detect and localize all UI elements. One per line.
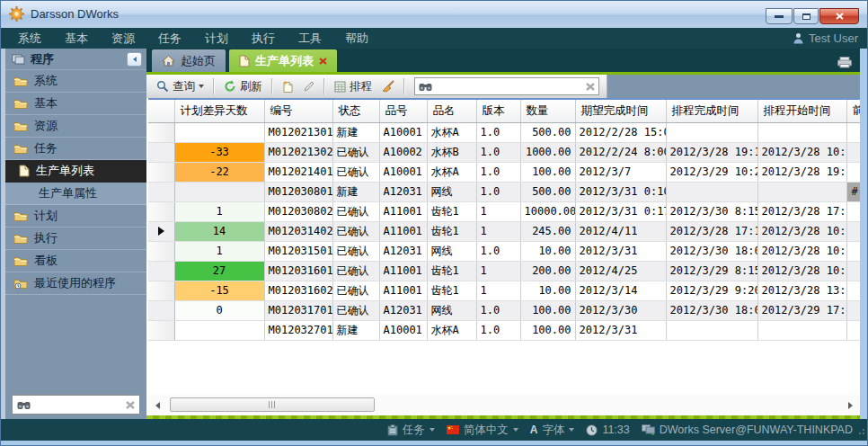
- scroll-right-button[interactable]: [844, 397, 857, 413]
- sidebar-item-0[interactable]: 系统: [5, 70, 146, 93]
- column-header-6[interactable]: 版本: [476, 100, 520, 122]
- table-row[interactable]: M012021301新建A10001水杯A1.0500.002012/2/28 …: [148, 122, 860, 142]
- menu-item-4[interactable]: 计划: [193, 28, 240, 49]
- table-row[interactable]: -15M012031602已确认A11001齿轮1110.002012/3/14…: [148, 281, 860, 300]
- table-cell: 已确认: [332, 241, 379, 261]
- column-header-4[interactable]: 品号: [379, 100, 427, 122]
- status-language[interactable]: 简体中文: [447, 423, 518, 438]
- row-selector-cell[interactable]: [148, 281, 174, 300]
- row-selector-cell[interactable]: [148, 221, 174, 241]
- tab-1[interactable]: 生产单列表: [229, 49, 337, 72]
- scrollbar-thumb[interactable]: [170, 397, 375, 412]
- table-row[interactable]: M012032701新建A10001水杯A1.0100.002012/3/31: [148, 320, 860, 340]
- column-header-8[interactable]: 期望完成时间: [575, 100, 666, 122]
- table-cell: 500.00: [520, 122, 575, 142]
- table-row[interactable]: M012030801新建A12031网线1.0500.002012/3/31 0…: [148, 182, 860, 201]
- table-cell: 已确认: [332, 221, 379, 241]
- sidebar-item-7[interactable]: 执行: [5, 227, 146, 250]
- sidebar-item-9[interactable]: 最近使用的程序: [5, 272, 146, 295]
- clean-button[interactable]: [378, 78, 397, 94]
- sidebar-item-8[interactable]: 看板: [5, 250, 146, 272]
- sidebar-item-label: 看板: [34, 253, 58, 269]
- home-icon: [162, 55, 175, 67]
- column-header-5[interactable]: 品名: [427, 100, 476, 122]
- column-header-3[interactable]: 状态: [332, 100, 379, 122]
- column-header-2[interactable]: 编号: [264, 100, 332, 122]
- table-cell: 100.00: [520, 320, 575, 340]
- sidebar-item-2[interactable]: 资源: [5, 115, 146, 138]
- row-selector-cell[interactable]: [148, 201, 174, 221]
- time-value: 11:33: [602, 424, 629, 436]
- table-row[interactable]: 1M012030802已确认A11001齿轮1110000.002012/3/3…: [148, 201, 860, 221]
- new-document-icon: [282, 80, 294, 93]
- refresh-button[interactable]: 刷新: [221, 77, 265, 96]
- column-header-1[interactable]: 计划差异天数: [174, 100, 264, 122]
- row-selector-cell[interactable]: [148, 300, 174, 320]
- table-row[interactable]: 14M012031402已确认A11001齿轮11245.002012/4/11…: [148, 221, 860, 241]
- menu-item-5[interactable]: 执行: [240, 28, 287, 49]
- task-label: 任务: [403, 423, 425, 438]
- menu-item-1[interactable]: 基本: [53, 28, 100, 49]
- row-selector-cell[interactable]: [148, 162, 174, 182]
- menu-item-3[interactable]: 任务: [146, 28, 193, 49]
- resize-grip-icon[interactable]: [857, 426, 865, 439]
- table-search-input[interactable]: [437, 79, 581, 94]
- new-button[interactable]: [279, 78, 297, 94]
- row-selector-cell[interactable]: [148, 122, 174, 142]
- schedule-button[interactable]: 排程: [332, 77, 375, 96]
- table-row[interactable]: 0M012031701已确认A12031网线1.0100.002012/3/30…: [148, 300, 860, 320]
- sidebar-item-1[interactable]: 基本: [5, 93, 146, 115]
- menu-item-6[interactable]: 工具: [287, 28, 333, 49]
- row-selector-cell[interactable]: [148, 261, 174, 281]
- table-cell: 2012/3/31: [575, 320, 666, 340]
- menu-item-0[interactable]: 系统: [6, 28, 53, 49]
- user-badge[interactable]: Test User: [793, 28, 858, 49]
- table-row[interactable]: 27M012031601已确认A11001齿轮11200.002012/4/25…: [148, 261, 860, 281]
- tab-0[interactable]: 起始页: [152, 49, 226, 72]
- sidebar-item-5[interactable]: 生产单属性: [5, 183, 146, 205]
- clear-search-icon[interactable]: [126, 401, 135, 409]
- table-row[interactable]: 1M012031501已确认A12031网线1.010.002012/3/312…: [148, 241, 860, 261]
- row-selector-cell[interactable]: [148, 142, 174, 162]
- maximize-button[interactable]: [793, 8, 819, 24]
- sidebar-collapse-button[interactable]: [127, 52, 142, 67]
- column-header-11[interactable]: 前: [846, 100, 860, 122]
- table-row[interactable]: -33M012021302已确认A10002水杯B1.01000.002012/…: [148, 142, 860, 162]
- table-cell: 齿轮1: [427, 201, 476, 221]
- query-button[interactable]: 查询: [154, 77, 207, 96]
- table-cell: A10001: [379, 162, 427, 182]
- status-font[interactable]: A 字体: [530, 423, 575, 438]
- row-selector-cell[interactable]: [148, 320, 174, 340]
- table-cell: 已确认: [332, 281, 379, 300]
- minimize-button[interactable]: [766, 8, 793, 24]
- column-header-9[interactable]: 排程完成时间: [666, 100, 757, 122]
- column-header-7[interactable]: 数量: [520, 100, 575, 122]
- scroll-left-button[interactable]: [151, 397, 164, 413]
- row-selector-cell[interactable]: [148, 182, 174, 201]
- menu-item-7[interactable]: 帮助: [333, 28, 380, 49]
- diff-days-cell: [174, 182, 264, 201]
- row-selector-cell[interactable]: [148, 241, 174, 261]
- sidebar-item-6[interactable]: 计划: [5, 205, 146, 227]
- table-cell: M012031601: [264, 261, 332, 281]
- table-cell: 1.0: [476, 320, 520, 340]
- tab-close-icon[interactable]: [319, 58, 327, 65]
- sidebar-item-3[interactable]: 任务: [5, 138, 146, 160]
- table-row[interactable]: -22M012021401已确认A10001水杯A1.0100.002012/3…: [148, 162, 860, 182]
- diff-days-cell: -33: [174, 142, 264, 162]
- folder-icon: [13, 98, 28, 109]
- sidebar-search-input[interactable]: [35, 397, 121, 412]
- table-cell: [757, 182, 846, 201]
- edit-button[interactable]: [300, 79, 317, 94]
- table-cell: 1.0: [476, 300, 520, 320]
- status-task[interactable]: 任务: [387, 423, 435, 438]
- menu-item-2[interactable]: 资源: [100, 28, 146, 49]
- sidebar-item-4[interactable]: 生产单列表: [5, 160, 146, 183]
- clear-search-icon[interactable]: [586, 83, 595, 91]
- table-cell: 新建: [332, 122, 379, 142]
- sidebar-header-label: 程序: [31, 51, 54, 67]
- close-button[interactable]: [819, 8, 859, 24]
- column-header-10[interactable]: 排程开始时间: [757, 100, 846, 122]
- table-cell: 已确认: [332, 162, 379, 182]
- print-icon[interactable]: [837, 56, 852, 72]
